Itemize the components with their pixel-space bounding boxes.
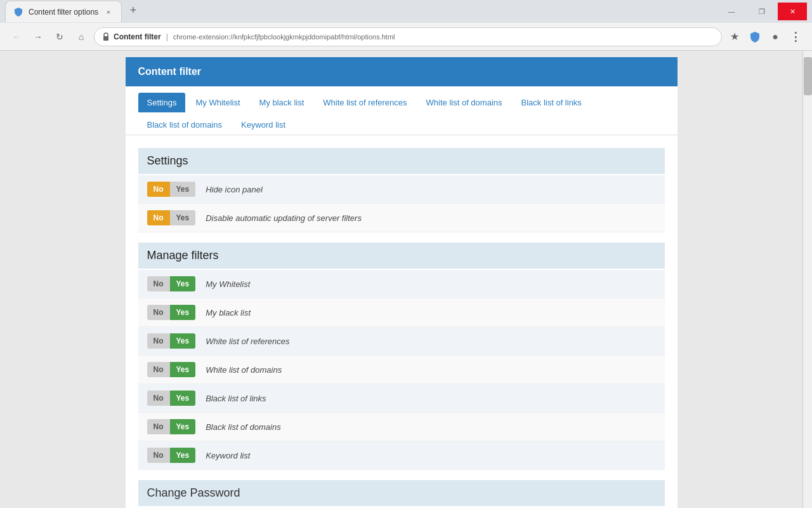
- profile-button[interactable]: ●: [766, 28, 784, 46]
- manage-white-refs-row: No Yes White list of references: [138, 327, 665, 356]
- manage-black-domains-yes[interactable]: Yes: [170, 419, 196, 434]
- manage-black-domains-toggle: No Yes: [147, 419, 196, 434]
- manage-whitelist-row: No Yes My Whitelist: [138, 270, 665, 298]
- bookmark-button[interactable]: ★: [726, 28, 743, 46]
- manage-white-refs-yes[interactable]: Yes: [170, 333, 196, 349]
- manage-white-domains-label: White list of domains: [206, 365, 282, 375]
- disable-auto-update-no[interactable]: No: [147, 210, 170, 225]
- manage-filters-section: Manage filters No Yes My Whitelist: [138, 243, 665, 470]
- manage-filters-header: Manage filters: [138, 243, 665, 269]
- title-bar: Content filter options × + — ❐ ✕: [0, 0, 812, 23]
- browser-window: Content filter options × + — ❐ ✕ ← → ↻ ⌂…: [0, 0, 812, 508]
- page-header: Content filter: [126, 57, 678, 86]
- tab-black-list-domains[interactable]: Black list of domains: [138, 115, 232, 135]
- disable-auto-update-label: Disable automatic updating of server fil…: [206, 213, 362, 223]
- settings-section: Settings No Yes Hide icon panel: [138, 148, 665, 232]
- window-controls: — ❐ ✕: [717, 3, 807, 20]
- manage-black-domains-row: No Yes Black list of domains: [138, 413, 665, 441]
- hide-icon-panel-toggle: No Yes: [147, 182, 196, 197]
- address-bar[interactable]: Content filter | chrome-extension://knfp…: [94, 27, 722, 46]
- address-url: chrome-extension://knfpkcfjfpbclookjgkmk…: [173, 33, 395, 41]
- shield-nav-button[interactable]: [746, 28, 764, 46]
- browser-tab[interactable]: Content filter options ×: [5, 1, 122, 22]
- scrollbar-track[interactable]: [802, 51, 812, 508]
- reload-button[interactable]: ↻: [51, 28, 69, 46]
- page-header-title: Content filter: [138, 66, 202, 77]
- forward-button[interactable]: →: [29, 28, 47, 46]
- disable-auto-update-yes[interactable]: Yes: [170, 210, 196, 225]
- manage-whitelist-toggle: No Yes: [147, 276, 196, 291]
- shield-nav-icon: [749, 31, 761, 43]
- manage-white-domains-no[interactable]: No: [147, 362, 170, 377]
- hide-icon-panel-no[interactable]: No: [147, 182, 170, 197]
- hide-icon-panel-yes[interactable]: Yes: [170, 182, 196, 197]
- nav-bar: ← → ↻ ⌂ Content filter | chrome-extensio…: [0, 23, 812, 51]
- settings-section-header: Settings: [138, 148, 665, 174]
- manage-whitelist-label: My Whitelist: [206, 279, 250, 289]
- new-tab-button[interactable]: +: [124, 2, 142, 20]
- tab-title: Content filter options: [29, 8, 98, 17]
- menu-button[interactable]: ⋮: [787, 28, 804, 46]
- svg-rect-0: [103, 36, 108, 41]
- content-area: Settings No Yes Hide icon panel: [126, 135, 678, 508]
- nav-actions: ★ ● ⋮: [726, 28, 804, 46]
- tab-keyword-list[interactable]: Keyword list: [232, 115, 294, 135]
- hide-icon-panel-row: No Yes Hide icon panel: [138, 175, 665, 204]
- tab-white-list-refs[interactable]: White list of references: [314, 93, 416, 112]
- manage-keyword-toggle: No Yes: [147, 448, 196, 463]
- manage-blacklist-yes[interactable]: Yes: [170, 305, 196, 320]
- tabs-nav: Settings My Whitelist My black list Whit…: [126, 86, 678, 135]
- manage-white-refs-toggle: No Yes: [147, 333, 196, 349]
- tab-my-black-list[interactable]: My black list: [251, 93, 313, 112]
- restore-button[interactable]: ❐: [747, 3, 776, 20]
- manage-filters-title: Manage filters: [147, 249, 219, 262]
- scrollbar-thumb[interactable]: [804, 57, 812, 95]
- manage-black-links-row: No Yes Black list of links: [138, 384, 665, 413]
- address-site-name: Content filter: [114, 32, 161, 41]
- address-separator: |: [166, 32, 168, 41]
- close-button[interactable]: ✕: [778, 3, 807, 20]
- browser-content: Content filter Settings My Whitelist My …: [0, 51, 802, 508]
- settings-title: Settings: [147, 154, 188, 167]
- back-button[interactable]: ←: [8, 28, 25, 46]
- hide-icon-panel-label: Hide icon panel: [206, 185, 263, 194]
- manage-blacklist-label: My black list: [206, 308, 251, 318]
- disable-auto-update-row: No Yes Disable automatic updating of ser…: [138, 204, 665, 232]
- page-wrapper: Content filter Settings My Whitelist My …: [126, 57, 678, 508]
- manage-blacklist-row: No Yes My black list: [138, 298, 665, 327]
- tab-my-whitelist[interactable]: My Whitelist: [187, 93, 249, 112]
- minimize-button[interactable]: —: [717, 3, 746, 20]
- manage-white-refs-label: White list of references: [206, 337, 289, 346]
- tab-close-button[interactable]: ×: [103, 7, 114, 17]
- disable-auto-update-toggle: No Yes: [147, 210, 196, 225]
- shield-icon: [13, 7, 23, 17]
- manage-keyword-label: Keyword list: [206, 451, 250, 460]
- tab-white-list-domains[interactable]: White list of domains: [417, 93, 511, 112]
- manage-keyword-yes[interactable]: Yes: [170, 448, 196, 463]
- manage-black-links-toggle: No Yes: [147, 391, 196, 406]
- lock-icon: [102, 32, 110, 41]
- manage-whitelist-no[interactable]: No: [147, 276, 170, 291]
- manage-keyword-row: No Yes Keyword list: [138, 441, 665, 470]
- tab-black-list-links[interactable]: Black list of links: [513, 93, 591, 112]
- change-password-title: Change Password: [147, 486, 240, 499]
- manage-black-domains-no[interactable]: No: [147, 419, 170, 434]
- manage-keyword-no[interactable]: No: [147, 448, 170, 463]
- manage-white-domains-toggle: No Yes: [147, 362, 196, 377]
- manage-black-links-label: Black list of links: [206, 394, 266, 403]
- home-button[interactable]: ⌂: [72, 28, 90, 46]
- manage-white-refs-no[interactable]: No: [147, 333, 170, 349]
- manage-black-links-no[interactable]: No: [147, 391, 170, 406]
- tab-settings[interactable]: Settings: [138, 93, 186, 112]
- change-password-header: Change Password: [138, 480, 665, 506]
- manage-blacklist-no[interactable]: No: [147, 305, 170, 320]
- manage-white-domains-yes[interactable]: Yes: [170, 362, 196, 377]
- manage-blacklist-toggle: No Yes: [147, 305, 196, 320]
- manage-white-domains-row: No Yes White list of domains: [138, 356, 665, 384]
- manage-black-domains-label: Black list of domains: [206, 422, 281, 432]
- manage-black-links-yes[interactable]: Yes: [170, 391, 196, 406]
- manage-whitelist-yes[interactable]: Yes: [170, 276, 196, 291]
